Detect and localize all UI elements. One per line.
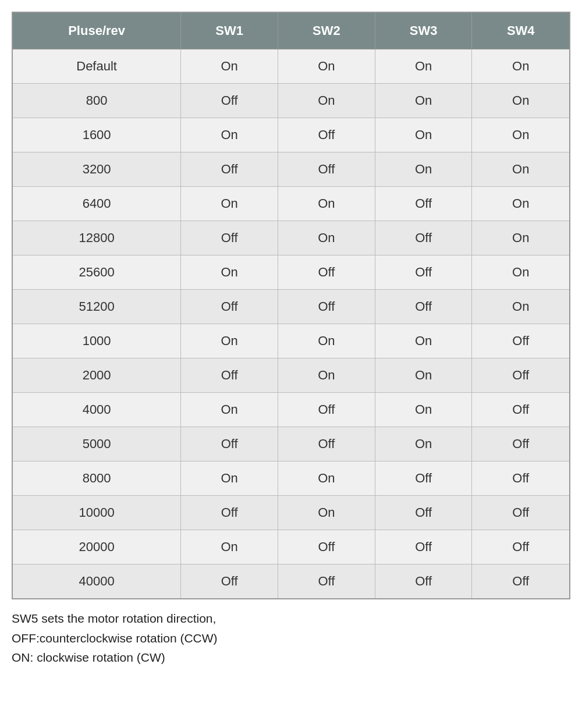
- table-row: 1600OnOffOnOn: [12, 118, 570, 152]
- cell-sw1: Off: [181, 84, 278, 118]
- cell-sw2: Off: [278, 255, 375, 290]
- cell-sw4: Off: [472, 564, 570, 599]
- table-row: 5000OffOffOnOff: [12, 427, 570, 461]
- cell-sw1: On: [181, 393, 278, 427]
- cell-sw3: On: [375, 84, 472, 118]
- cell-pulse: 4000: [12, 393, 181, 427]
- cell-sw3: Off: [375, 530, 472, 564]
- col-header-sw2: SW2: [278, 12, 375, 49]
- cell-sw3: On: [375, 358, 472, 393]
- cell-pulse: 5000: [12, 427, 181, 461]
- cell-sw3: On: [375, 324, 472, 358]
- cell-sw4: On: [472, 255, 570, 290]
- cell-sw2: On: [278, 221, 375, 255]
- cell-sw3: Off: [375, 496, 472, 530]
- cell-pulse: 3200: [12, 152, 181, 187]
- cell-sw1: Off: [181, 564, 278, 599]
- cell-sw2: Off: [278, 530, 375, 564]
- cell-sw1: On: [181, 530, 278, 564]
- cell-pulse: 40000: [12, 564, 181, 599]
- table-row: 3200OffOffOnOn: [12, 152, 570, 187]
- cell-sw4: Off: [472, 393, 570, 427]
- cell-sw2: On: [278, 461, 375, 496]
- cell-pulse: 25600: [12, 255, 181, 290]
- cell-pulse: 2000: [12, 358, 181, 393]
- cell-sw3: On: [375, 393, 472, 427]
- main-container: Pluse/rev SW1 SW2 SW3 SW4 DefaultOnOnOnO…: [12, 12, 570, 667]
- cell-sw2: On: [278, 324, 375, 358]
- cell-sw2: Off: [278, 393, 375, 427]
- cell-sw2: On: [278, 496, 375, 530]
- cell-pulse: 800: [12, 84, 181, 118]
- cell-sw3: Off: [375, 187, 472, 221]
- cell-sw4: On: [472, 187, 570, 221]
- cell-pulse: Default: [12, 49, 181, 84]
- table-row: 8000OnOnOffOff: [12, 461, 570, 496]
- cell-pulse: 1600: [12, 118, 181, 152]
- cell-sw2: Off: [278, 564, 375, 599]
- cell-sw2: Off: [278, 427, 375, 461]
- table-row: DefaultOnOnOnOn: [12, 49, 570, 84]
- cell-sw3: On: [375, 49, 472, 84]
- cell-sw1: On: [181, 461, 278, 496]
- cell-sw3: Off: [375, 221, 472, 255]
- cell-sw2: On: [278, 358, 375, 393]
- footer-text: SW5 sets the motor rotation direction, O…: [12, 609, 570, 667]
- cell-sw2: Off: [278, 118, 375, 152]
- cell-sw4: Off: [472, 461, 570, 496]
- footer-line3: ON: clockwise rotation (CW): [12, 648, 570, 667]
- cell-sw4: On: [472, 84, 570, 118]
- cell-sw2: On: [278, 84, 375, 118]
- cell-sw1: On: [181, 49, 278, 84]
- cell-sw2: On: [278, 187, 375, 221]
- table-row: 10000OffOnOffOff: [12, 496, 570, 530]
- table-row: 12800OffOnOffOn: [12, 221, 570, 255]
- cell-sw1: Off: [181, 496, 278, 530]
- table-row: 20000OnOffOffOff: [12, 530, 570, 564]
- cell-sw3: On: [375, 427, 472, 461]
- cell-sw4: On: [472, 290, 570, 324]
- cell-sw3: On: [375, 152, 472, 187]
- table-row: 4000OnOffOnOff: [12, 393, 570, 427]
- cell-pulse: 20000: [12, 530, 181, 564]
- cell-sw2: Off: [278, 152, 375, 187]
- cell-pulse: 12800: [12, 221, 181, 255]
- cell-sw1: On: [181, 324, 278, 358]
- cell-sw1: On: [181, 187, 278, 221]
- cell-sw1: Off: [181, 221, 278, 255]
- cell-sw2: Off: [278, 290, 375, 324]
- cell-sw1: Off: [181, 358, 278, 393]
- cell-sw4: Off: [472, 496, 570, 530]
- table-header-row: Pluse/rev SW1 SW2 SW3 SW4: [12, 12, 570, 49]
- cell-sw4: On: [472, 49, 570, 84]
- cell-pulse: 10000: [12, 496, 181, 530]
- cell-pulse: 51200: [12, 290, 181, 324]
- cell-sw3: Off: [375, 564, 472, 599]
- cell-sw4: Off: [472, 324, 570, 358]
- col-header-pulse: Pluse/rev: [12, 12, 181, 49]
- table-row: 2000OffOnOnOff: [12, 358, 570, 393]
- cell-sw1: Off: [181, 427, 278, 461]
- cell-sw4: Off: [472, 530, 570, 564]
- cell-sw3: Off: [375, 461, 472, 496]
- table-row: 6400OnOnOffOn: [12, 187, 570, 221]
- cell-sw4: Off: [472, 427, 570, 461]
- cell-sw1: On: [181, 255, 278, 290]
- pulse-table: Pluse/rev SW1 SW2 SW3 SW4 DefaultOnOnOnO…: [12, 12, 570, 599]
- cell-sw3: Off: [375, 255, 472, 290]
- cell-pulse: 6400: [12, 187, 181, 221]
- table-row: 25600OnOffOffOn: [12, 255, 570, 290]
- col-header-sw1: SW1: [181, 12, 278, 49]
- cell-sw2: On: [278, 49, 375, 84]
- cell-pulse: 1000: [12, 324, 181, 358]
- cell-sw3: Off: [375, 290, 472, 324]
- cell-sw4: On: [472, 118, 570, 152]
- footer-line1: SW5 sets the motor rotation direction,: [12, 609, 570, 628]
- cell-sw4: Off: [472, 358, 570, 393]
- table-row: 51200OffOffOffOn: [12, 290, 570, 324]
- col-header-sw3: SW3: [375, 12, 472, 49]
- cell-sw1: Off: [181, 290, 278, 324]
- cell-pulse: 8000: [12, 461, 181, 496]
- cell-sw4: On: [472, 221, 570, 255]
- cell-sw1: Off: [181, 152, 278, 187]
